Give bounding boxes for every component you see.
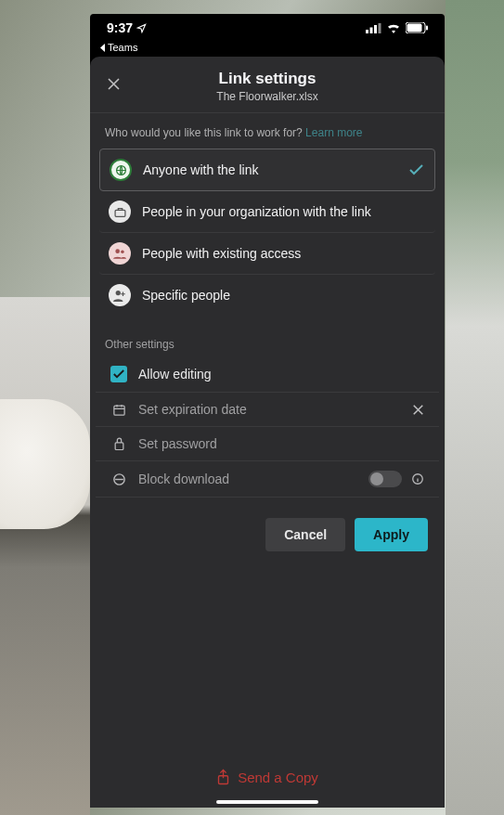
apply-button[interactable]: Apply xyxy=(355,518,428,551)
other-settings-label: Other settings xyxy=(90,323,445,356)
allow-editing-checkbox[interactable] xyxy=(110,366,127,382)
svg-point-10 xyxy=(121,251,124,254)
svg-point-11 xyxy=(116,290,121,294)
svg-point-9 xyxy=(115,249,120,253)
cellular-icon xyxy=(366,23,381,33)
svg-rect-2 xyxy=(374,25,377,33)
bg-right xyxy=(446,0,504,815)
option-specific-label: Specific people xyxy=(142,287,426,304)
panel-title: Link settings xyxy=(90,70,445,88)
panel-header: Link settings The Floorwalker.xlsx xyxy=(90,57,445,113)
send-copy-button[interactable]: Send a Copy xyxy=(90,769,445,785)
block-download-toggle[interactable] xyxy=(368,471,402,487)
allow-editing-row[interactable]: Allow editing xyxy=(96,356,439,393)
block-icon xyxy=(110,472,127,486)
wifi-icon xyxy=(386,22,401,33)
svg-rect-0 xyxy=(366,30,368,33)
block-download-row: Block download xyxy=(96,461,439,498)
send-copy-label: Send a Copy xyxy=(238,770,318,785)
chevron-left-icon xyxy=(99,44,106,52)
share-icon xyxy=(216,769,230,785)
option-existing-access[interactable]: People with existing access xyxy=(99,233,435,275)
option-organization-label: People in your organization with the lin… xyxy=(142,203,426,221)
cancel-button[interactable]: Cancel xyxy=(265,518,345,551)
checkmark-icon xyxy=(407,164,425,175)
svg-rect-5 xyxy=(407,24,422,32)
allow-editing-label: Allow editing xyxy=(138,367,424,382)
battery-icon xyxy=(406,22,428,33)
option-anyone[interactable]: Anyone with the link xyxy=(99,149,435,191)
close-button[interactable] xyxy=(103,73,123,94)
prompt-row: Who would you like this link to work for… xyxy=(90,113,445,149)
option-existing-label: People with existing access xyxy=(142,245,426,263)
svg-rect-13 xyxy=(115,443,123,450)
back-app-label: Teams xyxy=(108,42,137,53)
status-time: 9:37 xyxy=(107,20,133,35)
location-icon xyxy=(136,23,147,33)
globe-icon xyxy=(110,159,132,181)
password-row[interactable]: Set password xyxy=(96,427,439,461)
password-label: Set password xyxy=(138,436,424,451)
bg-left xyxy=(0,297,90,815)
svg-rect-12 xyxy=(113,406,123,415)
link-settings-panel: Link settings The Floorwalker.xlsx Who w… xyxy=(90,57,445,808)
option-organization[interactable]: People in your organization with the lin… xyxy=(99,191,435,233)
svg-rect-8 xyxy=(115,210,125,216)
expiration-clear[interactable] xyxy=(412,404,424,416)
link-scope-options: Anyone with the link People in your orga… xyxy=(90,149,445,323)
svg-rect-6 xyxy=(426,26,428,31)
person-plus-icon xyxy=(109,284,131,306)
expiration-label: Set expiration date xyxy=(138,402,401,417)
block-download-label: Block download xyxy=(138,472,357,486)
briefcase-icon xyxy=(109,201,131,223)
learn-more-link[interactable]: Learn more xyxy=(305,126,362,139)
dialog-actions: Cancel Apply xyxy=(90,498,445,551)
option-anyone-label: Anyone with the link xyxy=(143,162,395,179)
svg-rect-3 xyxy=(379,23,381,33)
status-bar: 9:37 xyxy=(90,14,445,42)
phone-frame: 9:37 Teams Link setting xyxy=(90,14,445,808)
bg-cup xyxy=(0,399,90,529)
people-existing-icon xyxy=(109,242,131,265)
expiration-row[interactable]: Set expiration date xyxy=(96,393,439,427)
prompt-text: Who would you like this link to work for… xyxy=(105,126,303,139)
calendar-icon xyxy=(110,403,127,417)
info-icon[interactable] xyxy=(411,472,424,485)
back-to-app[interactable]: Teams xyxy=(90,42,445,57)
home-indicator[interactable] xyxy=(216,800,318,804)
svg-rect-1 xyxy=(370,27,373,33)
panel-subtitle: The Floorwalker.xlsx xyxy=(90,90,445,103)
option-specific-people[interactable]: Specific people xyxy=(99,275,435,316)
lock-icon xyxy=(110,436,127,451)
